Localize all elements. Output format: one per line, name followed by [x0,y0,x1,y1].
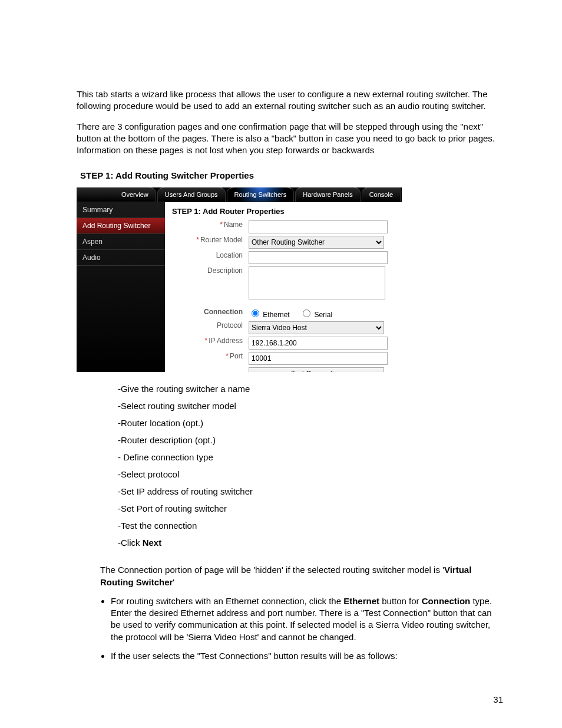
note-bullet-2: If the user selects the "Test Connection… [111,650,503,662]
instruction-item: -Give the routing switcher a name [118,384,503,394]
instruction-item: -Select protocol [118,469,503,479]
sidebar-item-summary[interactable]: Summary [77,202,165,218]
form-area: STEP 1: Add Router Properties *Name *Rou… [165,202,402,372]
label-router-model: Router Model [200,236,243,244]
sidebar-item-aspen[interactable]: Aspen [77,234,165,250]
radio-serial[interactable]: Serial [300,311,332,319]
protocol-select[interactable]: Sierra Video Host [249,321,384,334]
instruction-item: -Router location (opt.) [118,418,503,428]
tab-bar: Overview Users And Groups Routing Switch… [77,187,402,202]
tab-users-and-groups[interactable]: Users And Groups [157,187,226,202]
tab-routing-switchers[interactable]: Routing Switchers [227,187,295,202]
ui-screenshot: Overview Users And Groups Routing Switch… [77,187,402,372]
instruction-item: -Router description (opt.) [118,435,503,445]
intro-paragraph-2: There are 3 configuration pages and one … [77,121,503,157]
instruction-item: -Select routing switcher model [118,401,503,411]
form-title: STEP 1: Add Router Properties [172,207,395,216]
name-input[interactable] [249,220,388,233]
sidebar-item-label: Aspen [82,238,103,246]
note-hidden: The Connection portion of page will be '… [100,564,503,588]
label-name: Name [224,220,243,229]
tab-label: Users And Groups [165,191,218,198]
port-input[interactable] [249,352,388,365]
instruction-item: - Define connection type [118,452,503,462]
tab-console[interactable]: Console [362,187,401,202]
router-model-select[interactable]: Other Routing Switcher [249,236,384,249]
notes-block: The Connection portion of page will be '… [100,564,503,662]
tab-label: Console [369,191,393,198]
tab-label: Routing Switchers [234,191,287,198]
tab-hardware-panels[interactable]: Hardware Panels [295,187,360,202]
button-label: Test Connection [291,370,342,372]
tab-label: Overview [121,191,148,198]
tab-overview[interactable]: Overview [77,187,156,202]
label-connection: Connection [172,308,249,316]
sidebar-item-add-routing-switcher[interactable]: Add Routing Switcher [77,218,165,234]
instruction-item: -Set Port of routing switcher [118,503,503,513]
radio-label: Serial [314,311,332,319]
sidebar-item-audio[interactable]: Audio [77,250,165,266]
instruction-list: -Give the routing switcher a name -Selec… [118,384,503,548]
label-description: Description [207,266,243,275]
location-input[interactable] [249,251,388,264]
radio-ethernet[interactable]: Ethernet [249,311,290,319]
label-location: Location [216,251,243,259]
step-heading: STEP 1: Add Routing Switcher Properties [80,170,503,180]
label-protocol: Protocol [217,321,243,330]
page-number: 31 [493,694,503,704]
sidebar-item-label: Audio [82,253,101,262]
radio-label: Ethernet [263,311,289,319]
label-ip: IP Address [209,337,243,345]
ip-input[interactable] [249,337,388,350]
instruction-item-click-next: -Click Next [118,538,503,548]
tab-label: Hardware Panels [303,191,352,198]
sidebar: Summary Add Routing Switcher Aspen Audio [77,202,165,372]
intro-paragraph-1: This tab starts a wizard like process th… [77,88,503,113]
sidebar-item-label: Add Routing Switcher [82,222,150,230]
test-connection-button[interactable]: Test Connection [249,367,384,372]
instruction-item: -Set IP address of routing switcher [118,486,503,496]
sidebar-item-label: Summary [82,206,113,214]
instruction-item: -Test the connection [118,521,503,531]
label-port: Port [230,352,243,360]
description-textarea[interactable] [249,266,385,299]
note-bullet-1: For routing switchers with an Ethernet c… [111,595,503,643]
